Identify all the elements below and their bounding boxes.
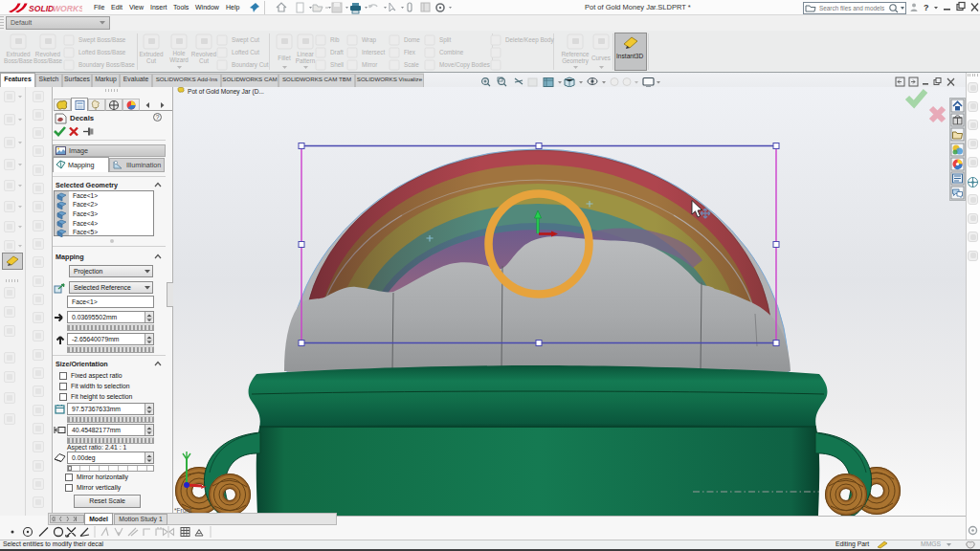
svg-text:SOLID: SOLID xyxy=(29,4,54,13)
svg-text:WORKS: WORKS xyxy=(53,4,82,13)
svg-text:Pot of Gold Money Jar (D...: Pot of Gold Money Jar (D... xyxy=(188,88,264,96)
svg-text:?: ? xyxy=(924,3,929,12)
